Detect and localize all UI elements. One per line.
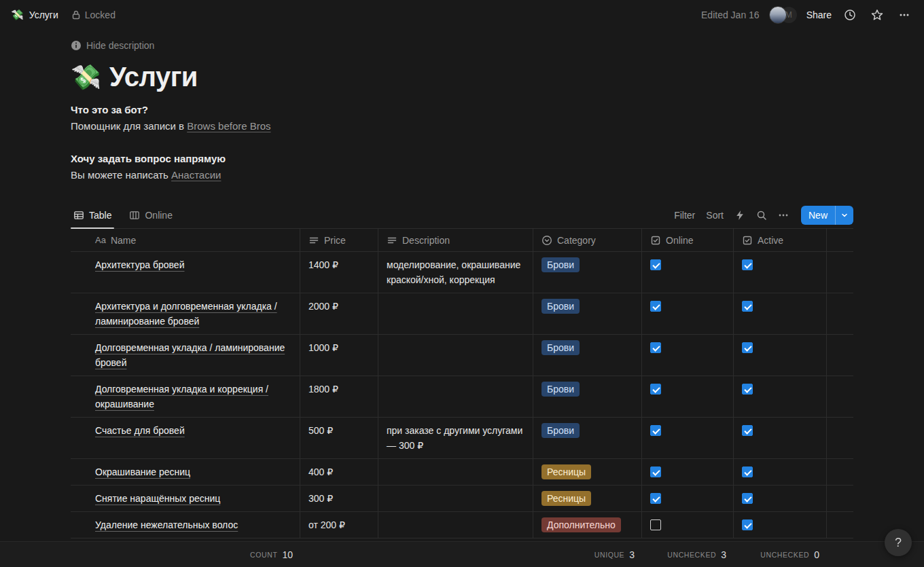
row-description-cell[interactable]: при заказе с другими услугами — 300 ₽ — [378, 418, 533, 458]
row-category-cell[interactable]: Дополнительно — [533, 512, 641, 538]
row-online-cell[interactable] — [641, 335, 733, 376]
filter-button[interactable]: Filter — [674, 210, 695, 221]
row-name-cell[interactable]: Снятие наращённых ресниц — [71, 486, 300, 511]
row-name-cell[interactable]: Удаление нежелательных волос — [71, 512, 300, 538]
row-name-cell[interactable]: Окрашивание ресниц — [71, 459, 300, 485]
aggregate-unchecked-active[interactable]: UNCHECKED 0 — [733, 542, 826, 567]
row-active-cell[interactable] — [733, 252, 826, 293]
row-category-cell[interactable]: Брови — [533, 418, 641, 458]
active-checkbox[interactable] — [742, 493, 753, 504]
row-page-link[interactable]: Долговременная укладка и коррекция / окр… — [95, 384, 268, 409]
brows-before-bros-link[interactable]: Brows before Bros — [187, 120, 270, 132]
new-button[interactable]: New — [801, 206, 835, 225]
row-online-cell[interactable] — [641, 486, 733, 511]
column-header-name[interactable]: Aa Name — [71, 229, 300, 251]
more-options-button[interactable] — [895, 6, 913, 24]
help-button[interactable]: ? — [885, 529, 912, 556]
user-avatar[interactable] — [769, 6, 787, 24]
row-category-cell[interactable]: Брови — [533, 376, 641, 417]
locked-toggle[interactable]: Locked — [71, 10, 116, 20]
column-header-active[interactable]: Active — [733, 229, 826, 251]
aggregate-count[interactable]: COUNT 10 — [71, 542, 300, 567]
share-button[interactable]: Share — [806, 10, 832, 20]
tab-online-view[interactable]: Online — [126, 202, 175, 228]
row-description-cell[interactable] — [378, 376, 533, 417]
online-checkbox[interactable] — [650, 384, 661, 395]
row-page-link[interactable]: Архитектура и долговременная укладка / л… — [95, 301, 277, 327]
row-active-cell[interactable] — [733, 376, 826, 417]
online-checkbox[interactable] — [650, 342, 661, 353]
row-name-cell[interactable]: Долговременная укладка и коррекция / окр… — [71, 376, 300, 417]
page-title[interactable]: Услуги — [109, 62, 198, 92]
aggregate-unchecked-online[interactable]: UNCHECKED 3 — [641, 542, 733, 567]
row-price-cell[interactable]: 400 ₽ — [300, 459, 378, 485]
row-active-cell[interactable] — [733, 459, 826, 485]
row-online-cell[interactable] — [641, 459, 733, 485]
row-page-link[interactable]: Снятие наращённых ресниц — [95, 493, 220, 504]
row-page-link[interactable]: Окрашивание ресниц — [95, 467, 190, 477]
row-page-link[interactable]: Счастье для бровей — [95, 425, 185, 436]
new-dropdown-button[interactable] — [836, 206, 853, 225]
row-description-cell[interactable] — [378, 512, 533, 538]
row-online-cell[interactable] — [641, 293, 733, 334]
automations-button[interactable] — [734, 210, 745, 221]
sort-button[interactable]: Sort — [706, 210, 724, 221]
row-page-link[interactable]: Архитектура бровей — [95, 259, 184, 270]
row-name-cell[interactable]: Архитектура бровей — [71, 252, 300, 293]
row-description-cell[interactable] — [378, 293, 533, 334]
collaborator-avatars[interactable]: M — [769, 6, 797, 24]
row-price-cell[interactable]: от 200 ₽ — [300, 512, 378, 538]
column-header-category[interactable]: Category — [533, 229, 641, 251]
tab-table-view[interactable]: Table — [71, 202, 114, 228]
anastasia-link[interactable]: Анастасии — [171, 169, 221, 181]
row-active-cell[interactable] — [733, 512, 826, 538]
active-checkbox[interactable] — [742, 519, 753, 530]
row-active-cell[interactable] — [733, 293, 826, 334]
search-button[interactable] — [756, 210, 767, 221]
online-checkbox[interactable] — [650, 519, 661, 530]
active-checkbox[interactable] — [742, 467, 753, 477]
row-page-link[interactable]: Удаление нежелательных волос — [95, 519, 238, 530]
row-price-cell[interactable]: 2000 ₽ — [300, 293, 378, 334]
row-active-cell[interactable] — [733, 335, 826, 376]
row-price-cell[interactable]: 500 ₽ — [300, 418, 378, 458]
page-icon[interactable]: 💸 — [71, 65, 101, 90]
online-checkbox[interactable] — [650, 259, 661, 270]
online-checkbox[interactable] — [650, 467, 661, 477]
row-description-cell[interactable] — [378, 459, 533, 485]
active-checkbox[interactable] — [742, 259, 753, 270]
row-description-cell[interactable]: моделирование, окрашивание краской/хной,… — [378, 252, 533, 293]
row-price-cell[interactable]: 1400 ₽ — [300, 252, 378, 293]
column-header-price[interactable]: Price — [300, 229, 378, 251]
online-checkbox[interactable] — [650, 493, 661, 504]
row-name-cell[interactable]: Долговременная укладка / ламинирование б… — [71, 335, 300, 376]
hide-description-button[interactable]: Hide description — [71, 40, 853, 51]
breadcrumb-page-title[interactable]: Услуги — [29, 10, 58, 20]
column-header-online[interactable]: Online — [641, 229, 733, 251]
row-category-cell[interactable]: Брови — [533, 252, 641, 293]
row-description-cell[interactable] — [378, 335, 533, 376]
active-checkbox[interactable] — [742, 342, 753, 353]
row-active-cell[interactable] — [733, 486, 826, 511]
row-online-cell[interactable] — [641, 376, 733, 417]
row-name-cell[interactable]: Архитектура и долговременная укладка / л… — [71, 293, 300, 334]
column-header-description[interactable]: Description — [378, 229, 533, 251]
row-category-cell[interactable]: Брови — [533, 293, 641, 334]
row-category-cell[interactable]: Ресницы — [533, 486, 641, 511]
active-checkbox[interactable] — [742, 425, 753, 436]
history-button[interactable] — [841, 6, 859, 24]
row-online-cell[interactable] — [641, 512, 733, 538]
row-price-cell[interactable]: 1000 ₽ — [300, 335, 378, 376]
row-online-cell[interactable] — [641, 252, 733, 293]
row-description-cell[interactable] — [378, 486, 533, 511]
view-options-button[interactable] — [778, 210, 789, 221]
online-checkbox[interactable] — [650, 425, 661, 436]
aggregate-unique-category[interactable]: UNIQUE 3 — [533, 542, 641, 567]
favorite-button[interactable] — [868, 6, 886, 24]
row-category-cell[interactable]: Ресницы — [533, 459, 641, 485]
row-category-cell[interactable]: Брови — [533, 335, 641, 376]
row-online-cell[interactable] — [641, 418, 733, 458]
row-price-cell[interactable]: 300 ₽ — [300, 486, 378, 511]
row-page-link[interactable]: Долговременная укладка / ламинирование б… — [95, 342, 285, 368]
active-checkbox[interactable] — [742, 301, 753, 312]
